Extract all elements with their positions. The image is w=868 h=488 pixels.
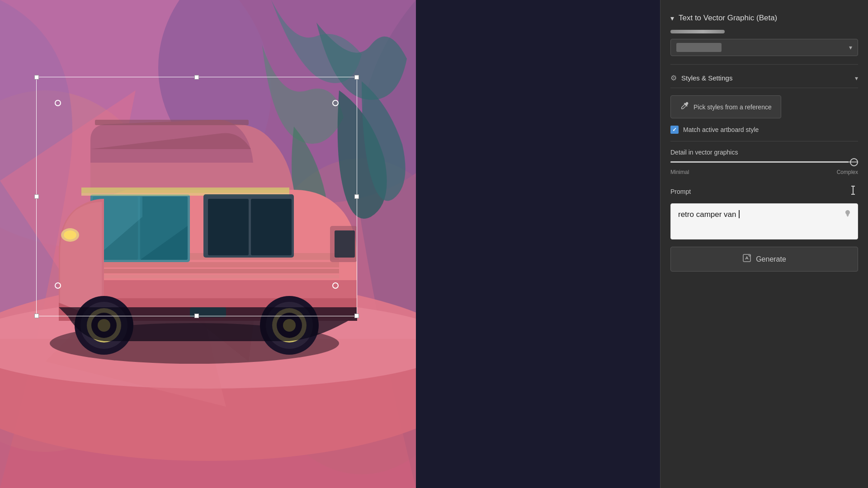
match-artboard-checkbox[interactable]: ✓ xyxy=(670,126,679,134)
styles-settings-header-left: ⚙ Styles & Settings xyxy=(670,74,732,82)
dropdown-row: ▾ xyxy=(660,39,868,62)
loading-bar xyxy=(670,30,725,33)
generate-label: Generate xyxy=(756,255,786,263)
svg-rect-28 xyxy=(251,199,292,255)
svg-rect-24 xyxy=(81,188,289,193)
prompt-cursor xyxy=(739,210,740,218)
generate-button[interactable]: Generate xyxy=(670,247,858,272)
divider-1 xyxy=(670,64,858,65)
svg-rect-17 xyxy=(68,275,339,278)
prompt-label: Prompt xyxy=(670,188,691,195)
slider-labels: Minimal Complex xyxy=(660,169,868,184)
eyedropper-icon xyxy=(680,101,689,113)
panel-header: ▾ Text to Vector Graphic (Beta) xyxy=(660,9,868,30)
gear-icon: ⚙ xyxy=(670,74,677,82)
styles-settings-header[interactable]: ⚙ Styles & Settings ▾ xyxy=(660,70,868,88)
checkmark-icon: ✓ xyxy=(672,127,677,133)
slider-max-label: Complex xyxy=(837,169,858,175)
text-cursor-icon xyxy=(848,184,858,199)
lightbulb-icon[interactable] xyxy=(843,209,852,221)
prompt-text: retro camper van xyxy=(678,210,738,219)
svg-rect-16 xyxy=(68,269,339,273)
svg-point-31 xyxy=(64,230,76,239)
generate-icon xyxy=(742,253,751,265)
svg-rect-44 xyxy=(335,230,355,258)
pick-styles-button[interactable]: Pick styles from a reference xyxy=(670,95,781,118)
loading-bar-container xyxy=(660,30,868,39)
slider-track xyxy=(670,161,858,163)
slider-container xyxy=(660,161,868,169)
detail-label: Detail in vector graphics xyxy=(660,149,868,161)
prompt-input-wrapper[interactable]: retro camper van xyxy=(670,203,858,239)
canvas-area xyxy=(0,0,416,488)
svg-rect-27 xyxy=(208,199,249,255)
dropdown-chevron-icon: ▾ xyxy=(849,44,852,51)
slider-fill xyxy=(670,161,849,163)
divider-3 xyxy=(670,141,858,141)
match-artboard-label: Match active artboard style xyxy=(683,126,759,133)
svg-rect-49 xyxy=(847,216,848,217)
right-panel: ▾ Text to Vector Graphic (Beta) ▾ ⚙ Styl… xyxy=(660,0,868,488)
dropdown-selected-pill xyxy=(676,43,722,52)
svg-rect-48 xyxy=(847,216,849,216)
pick-styles-label: Pick styles from a reference xyxy=(693,103,772,111)
match-artboard-row: ✓ Match active artboard style xyxy=(660,126,868,141)
svg-rect-50 xyxy=(743,254,750,262)
slider-min-label: Minimal xyxy=(670,169,689,175)
dropdown-select[interactable]: ▾ xyxy=(670,39,858,56)
panel-collapse-chevron[interactable]: ▾ xyxy=(670,14,674,23)
divider-2 xyxy=(670,88,858,88)
panel-title: Text to Vector Graphic (Beta) xyxy=(679,14,777,23)
styles-settings-chevron: ▾ xyxy=(855,75,858,82)
svg-rect-42 xyxy=(95,120,249,125)
svg-rect-15 xyxy=(68,262,339,267)
styles-settings-title: Styles & Settings xyxy=(681,74,732,82)
prompt-header: Prompt xyxy=(660,184,868,203)
canvas-background xyxy=(0,0,416,488)
slider-thumb[interactable] xyxy=(850,158,858,166)
